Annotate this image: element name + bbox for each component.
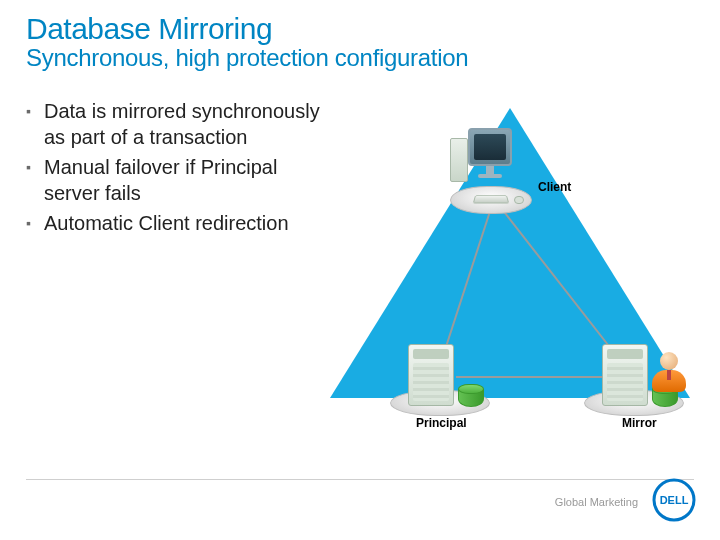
bullet-item: Data is mirrored synchronously as part o… [44, 98, 326, 150]
client-label: Client [538, 180, 571, 194]
mirroring-diagram: Client Principal Mirror [326, 98, 694, 428]
slide: Database Mirroring Synchronous, high pro… [0, 0, 720, 540]
footer-divider [26, 479, 694, 480]
slide-subtitle: Synchronous, high protection configurati… [26, 44, 694, 72]
dell-logo: DELL [652, 478, 696, 522]
principal-label: Principal [416, 416, 467, 430]
dell-logo-text: DELL [660, 494, 689, 506]
bullet-list: Data is mirrored synchronously as part o… [26, 98, 326, 428]
bullet-item: Automatic Client redirection [44, 210, 326, 236]
client-icon [446, 128, 536, 218]
mirror-label: Mirror [622, 416, 657, 430]
footer-text: Global Marketing [555, 496, 638, 508]
bullet-item: Manual failover if Principal server fail… [44, 154, 326, 206]
principal-server-icon [390, 326, 490, 416]
body-row: Data is mirrored synchronously as part o… [26, 98, 694, 428]
slide-title: Database Mirroring [26, 12, 694, 46]
user-icon [652, 352, 688, 392]
